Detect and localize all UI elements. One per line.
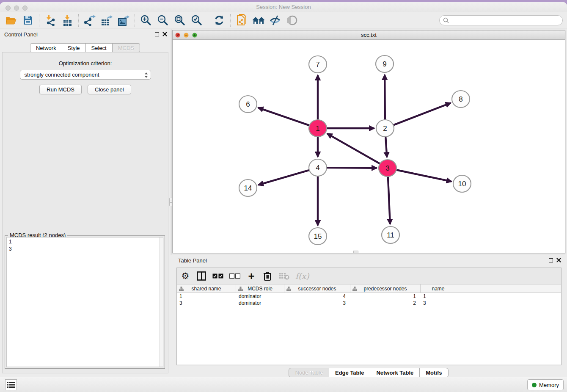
table-container: f(x) shared name MCDS role — [176, 268, 561, 365]
delete-columns-icon[interactable] — [262, 271, 272, 282]
network-view-window: scc.txt 1234678910111415 — [172, 30, 565, 253]
mcds-result-text[interactable]: 1 3 — [6, 237, 163, 367]
graph-edge-4-3[interactable] — [327, 168, 376, 168]
tab-network[interactable]: Network — [30, 43, 62, 52]
list-icon — [7, 382, 15, 388]
settings-gear-icon[interactable] — [180, 271, 190, 282]
network-title: scc.txt — [173, 30, 565, 39]
run-mcds-button[interactable]: Run MCDS — [39, 85, 82, 94]
cell-name[interactable]: 1 — [421, 293, 456, 300]
table-row[interactable]: 3 dominator 3 2 3 — [177, 300, 561, 306]
network-canvas[interactable]: 1234678910111415 — [173, 40, 565, 253]
chevron-up-down-icon — [144, 72, 148, 81]
cyndex-home-icon[interactable] — [250, 14, 267, 27]
graph-node-label-7: 7 — [316, 61, 319, 69]
bird-view-icon — [284, 14, 301, 27]
tab-style[interactable]: Style — [62, 43, 86, 52]
deselect-all-icon[interactable] — [229, 271, 240, 282]
graph-node-label-15: 15 — [314, 232, 322, 240]
column-header-shared-name[interactable]: shared name — [177, 284, 236, 293]
column-header-predecessor-nodes[interactable]: predecessor nodes — [350, 284, 421, 293]
tab-motifs[interactable]: Motifs — [419, 368, 448, 378]
tab-mcds[interactable]: MCDS — [112, 43, 140, 52]
select-all-icon[interactable] — [212, 271, 223, 282]
graph-edge-3-1[interactable] — [328, 134, 379, 163]
tab-select[interactable]: Select — [85, 43, 113, 52]
import-network-icon[interactable] — [42, 14, 59, 27]
graph-node-label-3: 3 — [385, 164, 389, 172]
selected-criterion: strongly connected component — [25, 72, 99, 78]
graph-edge-3-10[interactable] — [397, 170, 451, 182]
graph-node-label-6: 6 — [246, 100, 250, 108]
cell-mcds-role[interactable]: dominator — [236, 300, 284, 306]
zoom-in-icon[interactable] — [138, 14, 154, 27]
save-session-icon[interactable] — [19, 14, 36, 27]
horizontal-splitter-grip[interactable] — [353, 251, 358, 253]
app-window: Session: New Session — [0, 2, 567, 392]
graph-edge-1-6[interactable] — [259, 108, 309, 125]
graph-edge-2-3[interactable] — [385, 138, 387, 157]
open-file-icon[interactable] — [3, 14, 19, 27]
column-header-mcds-role[interactable]: MCDS role — [236, 284, 284, 293]
toolbar-separator — [208, 14, 208, 27]
cell-successor-nodes[interactable]: 4 — [284, 293, 350, 300]
net-close-icon[interactable] — [175, 33, 180, 38]
main-area: Control Panel Network Style Select MCDS … — [0, 29, 567, 377]
graph-node-label-1: 1 — [316, 124, 319, 133]
search-box[interactable] — [439, 15, 563, 25]
hide-panels-eye-icon[interactable] — [267, 14, 284, 27]
table-row[interactable]: 1 dominator 4 1 1 — [177, 293, 561, 300]
task-history-button[interactable] — [5, 379, 17, 390]
graph-node-label-10: 10 — [458, 180, 466, 188]
cell-name[interactable]: 3 — [421, 300, 456, 306]
optimization-criterion-select[interactable]: strongly connected component — [20, 70, 151, 80]
graph-edge-2-9[interactable] — [385, 75, 385, 119]
zoom-selected-icon[interactable] — [188, 14, 205, 27]
zoom-fit-icon[interactable] — [171, 14, 188, 27]
float-panel-icon[interactable] — [155, 32, 159, 36]
column-label: successor nodes — [298, 286, 336, 292]
close-table-panel-icon[interactable] — [556, 258, 561, 262]
export-image-icon[interactable] — [115, 14, 132, 27]
cell-predecessor-nodes[interactable]: 2 — [350, 300, 421, 306]
status-bar: Memory — [0, 377, 567, 392]
add-column-icon[interactable] — [246, 271, 256, 282]
search-input[interactable] — [449, 16, 562, 25]
float-table-panel-icon[interactable] — [549, 258, 553, 262]
net-zoom-icon[interactable] — [192, 33, 197, 38]
result-scrollbar[interactable] — [159, 237, 163, 367]
graph-edge-3-11[interactable] — [388, 177, 390, 224]
cell-predecessor-nodes[interactable]: 1 — [350, 293, 421, 300]
graph-node-label-11: 11 — [387, 231, 394, 239]
control-panel: Control Panel Network Style Select MCDS … — [0, 29, 171, 377]
column-model-icon — [238, 287, 243, 291]
toggle-panes-icon[interactable] — [196, 271, 206, 282]
network-window-titlebar: scc.txt — [173, 30, 565, 40]
cell-successor-nodes[interactable]: 3 — [284, 300, 350, 306]
column-model-icon — [352, 287, 357, 291]
graph-edge-4-14[interactable] — [259, 170, 309, 185]
graph-edge-2-8[interactable] — [394, 103, 450, 125]
clone-network-icon[interactable] — [233, 14, 250, 27]
net-minimize-icon[interactable] — [184, 33, 189, 38]
import-table-icon[interactable] — [59, 14, 76, 27]
cell-shared-name[interactable]: 1 — [177, 293, 236, 300]
toolbar-separator — [39, 14, 39, 27]
zoom-out-icon[interactable] — [154, 14, 171, 27]
control-panel-header: Control Panel — [0, 29, 171, 40]
tab-network-table[interactable]: Network Table — [370, 368, 420, 378]
cell-shared-name[interactable]: 3 — [177, 300, 236, 306]
tab-node-table[interactable]: Node Table — [289, 368, 329, 378]
control-panel-tabs: Network Style Select MCDS — [0, 43, 171, 52]
column-header-successor-nodes[interactable]: successor nodes — [284, 284, 350, 293]
cell-mcds-role[interactable]: dominator — [236, 293, 284, 300]
export-network-icon[interactable] — [81, 14, 98, 27]
tab-edge-table[interactable]: Edge Table — [329, 368, 370, 378]
close-panel-button[interactable]: Close panel — [88, 85, 131, 94]
close-panel-icon[interactable] — [162, 32, 167, 36]
export-table-icon[interactable] — [98, 14, 115, 27]
control-panel-title: Control Panel — [4, 31, 38, 38]
memory-button[interactable]: Memory — [527, 379, 564, 390]
column-header-name[interactable]: name — [421, 284, 456, 293]
refresh-icon[interactable] — [211, 14, 228, 27]
